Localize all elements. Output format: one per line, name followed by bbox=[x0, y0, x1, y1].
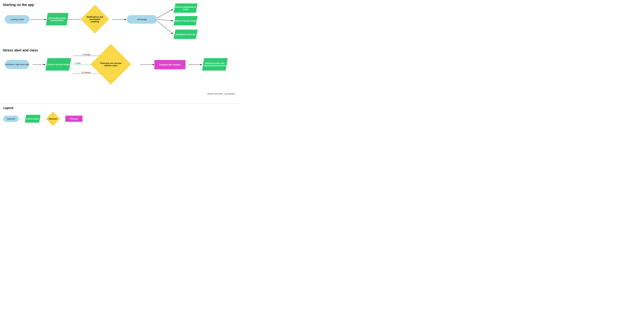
notification-stress-node: Notification: High stress level bbox=[5, 60, 29, 69]
five-mins-label: 5 mins bbox=[75, 62, 80, 64]
onboarding-node: Onboarding goals questionnaire bbox=[46, 13, 68, 26]
legend-title: Legend: bbox=[3, 106, 236, 110]
homepage-node: Homepage bbox=[127, 15, 157, 24]
practise-session-node: Practise the session bbox=[154, 60, 186, 69]
note-text: before and after / dashboard bbox=[208, 93, 235, 95]
svg-line-3 bbox=[157, 9, 173, 18]
legend-decision-item: Decision bbox=[47, 113, 59, 125]
legend-process-shape: Process bbox=[65, 116, 82, 122]
legend-section: Legend: Start/end Input/ output Decision… bbox=[0, 104, 240, 128]
ten-minutes-label: 10 minutes bbox=[82, 71, 91, 74]
emergency-node: Emergency exercise bbox=[174, 30, 198, 39]
choose-exercise-node: Choose exercise length bbox=[46, 58, 71, 71]
bottom-section-title: Stress alert and class bbox=[3, 48, 38, 52]
choosing-session-node: Choosing one session without voice bbox=[90, 44, 131, 85]
svg-line-5 bbox=[157, 21, 173, 34]
two-minutes-label: 2 minutes bbox=[82, 54, 90, 56]
legend-process-item: Process bbox=[65, 116, 82, 122]
different-classes-node: Different classes lengths bbox=[174, 16, 198, 26]
loading-screen-node: Loading screen bbox=[5, 15, 30, 24]
svg-line-4 bbox=[157, 20, 173, 21]
top-section-title: Starting on the app bbox=[3, 3, 34, 7]
legend-diamond-wrap: Decision bbox=[47, 113, 59, 125]
legend-items: Start/end Input/ output Decision Process bbox=[3, 113, 236, 125]
notifications-node: Notifications and smartwatch enabling bbox=[80, 5, 109, 34]
dashboard-node: Dashboard with new improved performance bbox=[202, 58, 228, 71]
legend-diamond-label: Decision bbox=[49, 118, 57, 120]
classes-mood-node: Classes depending on mood bbox=[174, 4, 198, 13]
legend-input-output-item: Input/ output bbox=[25, 115, 40, 123]
diagram-container: Starting on the app Loading screen Onboa… bbox=[0, 0, 240, 128]
legend-start-end-shape: Start/end bbox=[3, 116, 19, 122]
legend-start-end-item: Start/end bbox=[3, 116, 19, 122]
legend-parallelogram-shape: Input/ output bbox=[25, 115, 40, 123]
